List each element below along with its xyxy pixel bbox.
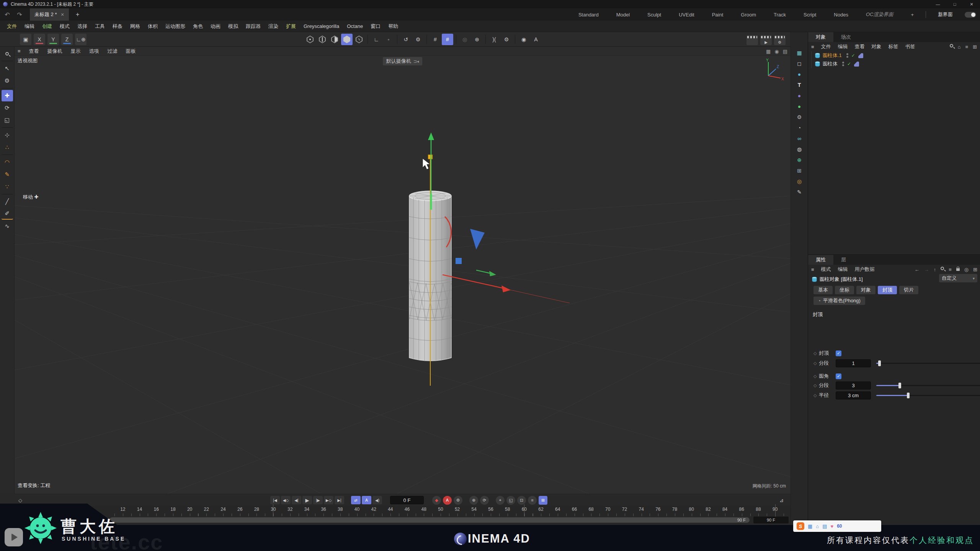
am-menu-mode[interactable]: 模式 [821,266,831,273]
tab-layers[interactable]: 层 [833,255,854,265]
text-tool-icon[interactable]: T [794,80,805,90]
menu-mode[interactable]: 模式 [56,23,74,30]
scale-tool-icon[interactable]: ◱ [2,114,13,126]
am-menu-userdata[interactable]: 用户数据 [855,266,875,273]
sphere-tool-icon[interactable]: ◎ [794,176,805,186]
close-button[interactable]: ✕ [963,0,980,8]
menu-simulate[interactable]: 模拟 [224,23,242,30]
filter-icon[interactable]: ≡ [965,44,969,50]
layout-tab-script[interactable]: Script [795,12,825,18]
object-name[interactable]: 圆柱体.1 [823,52,842,59]
gear-icon[interactable]: ⚙ [794,112,805,122]
vp-menu-options[interactable]: 选项 [89,48,99,55]
viewport-window[interactable]: ≡ 查看 摄像机 显示 选项 过滤 面板 ▦ ◉ ▤ [15,47,791,494]
sketch-pen-icon[interactable]: ✐ [2,208,13,220]
menu-window[interactable]: 窗口 [367,23,384,30]
move-tool-icon[interactable]: ✚ [2,90,13,101]
lock-icon[interactable] [956,268,960,271]
spline-arc-icon[interactable]: ◠ [2,156,13,168]
loop-toggle[interactable]: ⇄ [351,496,361,504]
capture-widget[interactable]: S ▦ ⌂ ▤ ♥ 60 [793,520,881,532]
fillet-checkbox[interactable]: ✓ [836,373,841,379]
workplane-mode-button[interactable]: ∟⊕ [75,34,87,45]
layout-panel-icon[interactable]: ▦ [794,48,805,58]
record-pla-button[interactable]: ⌖ [496,496,505,505]
focus-icon[interactable]: ◎ [964,267,969,272]
knife-tool-icon[interactable]: ╱ [2,196,13,207]
search-icon[interactable] [950,44,953,47]
om-menu-file[interactable]: 文件 [821,43,831,50]
points-mode-icon[interactable] [304,34,316,45]
enabled-check-icon[interactable]: ✓ [847,61,851,67]
tab-attributes[interactable]: 属性 [808,255,833,265]
filter-icon[interactable]: ≡ [949,267,952,272]
edges-mode-icon[interactable] [317,34,328,45]
fillet-segments-field[interactable]: 3 [836,381,871,390]
next-key-button[interactable]: ▶◇ [324,496,333,504]
mirror-settings-icon[interactable]: ⚙ [501,34,512,45]
undo-button[interactable]: ↶ [2,10,12,20]
om-menu-objects[interactable]: 对象 [872,43,882,50]
axis-x-lock-button[interactable]: X [34,34,45,45]
widget-chart-icon[interactable]: ▤ [822,523,827,529]
grid-snap-icon[interactable]: # [430,34,441,45]
add-layout-button[interactable]: + [902,12,923,18]
preset-dropdown[interactable]: 自定义 ▾ [939,274,977,282]
keyframe-presets-button[interactable]: ≡ [528,496,537,505]
current-frame-field[interactable]: 0 F [390,496,424,504]
redo-button[interactable]: ↷ [15,10,24,20]
widget-heart-icon[interactable]: ♥ [830,523,833,529]
up-icon[interactable]: ↑ [934,267,936,272]
menu-edit[interactable]: 编辑 [21,23,38,30]
key-diamond-icon[interactable]: ◇ [813,374,819,379]
menu-mograph[interactable]: 运动图形 [162,23,189,30]
tweak-tool-icon[interactable]: ⚙ [2,75,13,86]
attr-tab-object[interactable]: 对象 [856,286,875,294]
om-menu-bookmarks[interactable]: 书签 [905,43,915,50]
enabled-check-icon[interactable]: ✓ [851,53,855,58]
attr-tab-slice[interactable]: 切片 [899,286,918,294]
popout-icon[interactable]: ⊞ [973,267,977,272]
vp-menu-filter[interactable]: 过滤 [108,48,118,55]
menu-extensions[interactable]: 扩展 [282,23,300,30]
object-row-cylinder[interactable]: 圆柱体 ✓ [808,60,980,68]
vp-menu-panel[interactable]: 面板 [126,48,136,55]
sphere-ring-icon[interactable]: ◔ [794,123,805,133]
layout-tab-uvedit[interactable]: UVEdit [670,12,703,18]
camera-toggle-icon[interactable]: ◉ [774,49,779,54]
axis-move-icon[interactable]: ⊹ [2,129,13,141]
mirror-icon[interactable]: )( [488,34,500,45]
timeline-scrollbar[interactable]: 90 F [109,517,750,523]
sphere-green-icon[interactable]: ● [794,101,805,111]
phong-shading-button[interactable]: ◔ 平滑着色(Phong) [813,297,865,305]
pencil-icon[interactable]: ✎ [794,187,805,197]
add-document-button[interactable]: + [73,10,83,20]
grid-toggle-icon[interactable]: ▦ [766,49,771,54]
workplane-icon[interactable]: ∟ [371,34,382,45]
sphere-blue-icon[interactable]: ● [794,69,805,79]
menu-spline[interactable]: 样条 [109,23,126,30]
goto-start-button[interactable]: |◀ [270,496,280,504]
fillet-radius-slider[interactable] [876,395,980,396]
tab-objects[interactable]: 对象 [808,32,833,42]
auto-mode-icon[interactable]: A [530,34,542,45]
key-diamond-icon[interactable]: ◇ [813,351,819,356]
menu-create[interactable]: 创建 [38,23,56,30]
key-shape-icon[interactable]: ◇ [18,497,22,503]
fillet-radius-field[interactable]: 3 cm [836,391,871,399]
model-mode-icon[interactable] [341,34,353,45]
globe-icon[interactable]: ⊕ [794,155,805,165]
menu-greyscalegorilla[interactable]: Greyscalegorilla [300,23,343,29]
menu-volume[interactable]: 体积 [144,23,162,30]
menu-help[interactable]: 帮助 [384,23,402,30]
menu-tools[interactable]: 工具 [91,23,109,30]
render-view-button[interactable] [746,35,758,45]
texture-mode-icon[interactable]: ϟ [353,34,365,45]
menu-mesh[interactable]: 网格 [126,23,144,30]
visibility-icon[interactable]: ◉ [518,34,529,45]
view-undo-icon[interactable]: ↺ [400,34,412,45]
live-selection-icon[interactable]: ↖ [2,63,13,74]
phong-tag-icon[interactable] [858,53,863,58]
vp-menu-view[interactable]: 查看 [29,48,39,55]
record-position-button[interactable]: ⊕ [469,496,478,505]
